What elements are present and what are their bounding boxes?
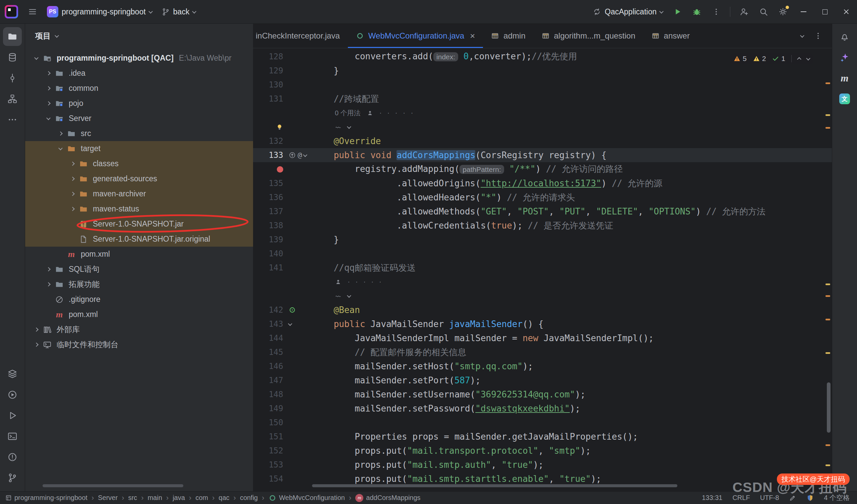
tree-item[interactable]: target (25, 141, 253, 156)
close-icon[interactable]: × (470, 32, 475, 40)
breadcrumb-com[interactable]: com (196, 494, 208, 502)
code-line-143[interactable]: 143 public JavaMailSender javaMailSender… (253, 317, 832, 331)
breadcrumb-server[interactable]: Server (98, 494, 118, 502)
inlay-usages-hint[interactable]: 0 个用法· · · · · (253, 106, 832, 120)
run-config-widget[interactable]: QacApplication (588, 3, 668, 20)
chevron-right-icon[interactable] (70, 207, 75, 211)
settings-button[interactable] (774, 3, 792, 20)
tree-item[interactable]: maven-archiver (25, 186, 253, 201)
line-number[interactable]: 139 (253, 233, 289, 247)
error-stripe-mark[interactable] (825, 284, 830, 285)
usages-text[interactable]: 0 个用法 (335, 106, 360, 120)
vcs-branch-widget[interactable]: back (157, 3, 201, 20)
folded-comment-icon[interactable] (335, 292, 341, 299)
tree-item[interactable]: common (25, 81, 253, 96)
error-stripe-mark[interactable] (825, 127, 830, 129)
code-line-133[interactable]: 133@ public void addCorsMappings(CorsReg… (253, 148, 832, 162)
project-panel-header[interactable]: 项目 (25, 24, 253, 48)
tree-item[interactable]: mpom.xml (25, 247, 253, 262)
fold-chevron-icon[interactable] (288, 321, 292, 326)
code-line-137[interactable]: 137 .allowedMethods("GET", "POST", "PUT"… (253, 204, 832, 218)
breakpoint-icon[interactable] (277, 166, 283, 172)
line-number[interactable]: 132 (253, 134, 289, 148)
line-number[interactable]: 140 (253, 247, 289, 261)
tree-item[interactable]: programming-springboot [QAC]E:\Java Web\… (25, 51, 253, 66)
code-with-me-button[interactable] (735, 3, 753, 20)
line-number[interactable]: 142 (253, 303, 289, 317)
close-button[interactable] (836, 0, 857, 23)
line-number[interactable]: 136 (253, 190, 289, 204)
error-stripe-mark[interactable] (825, 465, 830, 466)
tree-item[interactable]: Server (25, 111, 253, 126)
project-hscrollbar[interactable] (43, 484, 183, 487)
search-everywhere-button[interactable] (755, 3, 772, 20)
tree-item[interactable]: maven-status (25, 201, 253, 217)
code-line-148[interactable]: 148 mailSender.setUsername("3692625314@q… (253, 387, 832, 401)
line-number[interactable]: 153 (253, 458, 289, 472)
chevron-right-icon[interactable] (46, 267, 51, 271)
code-line-134[interactable]: registry.addMapping(pathPattern: "/**") … (253, 162, 832, 176)
run-button[interactable] (669, 3, 686, 20)
tree-item[interactable]: pojo (25, 96, 253, 111)
chevron-right-icon[interactable] (46, 101, 51, 105)
code-line-131[interactable]: 131 //跨域配置 (253, 92, 832, 106)
chevron-down-icon[interactable] (34, 56, 38, 60)
chevron-right-icon[interactable] (70, 177, 75, 181)
line-number[interactable]: 131 (253, 92, 289, 106)
caret-position-widget[interactable]: 133:31 (702, 494, 722, 502)
main-menu-button[interactable] (24, 3, 41, 20)
line-number[interactable]: 150 (253, 416, 289, 430)
editor-tab-admin[interactable]: admin (483, 24, 533, 48)
tool-stripe-item-services[interactable] (3, 365, 22, 383)
editor-error-stripe[interactable] (825, 49, 831, 484)
chevron-down-icon[interactable] (347, 293, 351, 298)
more-actions-button[interactable] (707, 3, 725, 20)
code-line-132[interactable]: 132 @Override (253, 134, 832, 148)
error-stripe-mark[interactable] (825, 114, 830, 116)
tool-stripe-item-version-control[interactable] (3, 469, 22, 487)
tool-stripe-item-ai-assistant[interactable] (835, 48, 854, 67)
tree-item[interactable]: classes (25, 156, 253, 171)
line-number[interactable]: 147 (253, 373, 289, 387)
editor-tab-webmvcconfiguration-java[interactable]: WebMvcConfiguration.java× (348, 24, 483, 48)
breadcrumb-qac[interactable]: qac (219, 494, 229, 502)
prev-problem-button[interactable] (797, 57, 801, 61)
line-number[interactable]: 144 (253, 331, 289, 345)
editor-tab-answer[interactable]: answer (643, 24, 698, 48)
line-number[interactable]: 137 (253, 204, 289, 218)
breadcrumb-main[interactable]: main (148, 494, 162, 502)
line-number[interactable]: 152 (253, 444, 289, 458)
line-number[interactable]: 128 (253, 50, 289, 64)
line-number[interactable]: 138 (253, 218, 289, 233)
chevron-right-icon[interactable] (46, 86, 51, 90)
tool-stripe-item-more-tool-windows[interactable] (3, 110, 22, 129)
code-line-139[interactable]: 139 } (253, 233, 832, 247)
tree-item[interactable]: mpom.xml (25, 307, 253, 322)
line-number[interactable]: 145 (253, 345, 289, 359)
breadcrumb-config[interactable]: config (240, 494, 258, 502)
tree-item[interactable]: 临时文件和控制台 (25, 337, 253, 352)
editor-tab-incheckinterceptor-java[interactable]: inCheckInterceptor.java (253, 24, 348, 48)
tree-item[interactable]: .gitignore (25, 292, 253, 307)
chevron-right-icon[interactable] (34, 327, 38, 332)
tree-item[interactable]: Server-1.0-SNAPSHOT.jar.original (25, 232, 253, 247)
line-number[interactable]: 141 (253, 261, 289, 275)
code-line-150[interactable]: 150 (253, 416, 832, 430)
next-problem-button[interactable] (806, 56, 810, 60)
line-number[interactable]: 148 (253, 387, 289, 401)
chevron-right-icon[interactable] (46, 71, 51, 75)
code-line-141[interactable]: 141 //qq邮箱验证码发送 (253, 261, 832, 275)
code-line-130[interactable]: 130 (253, 78, 832, 92)
maximize-button[interactable] (814, 0, 836, 23)
chevron-down-icon[interactable] (347, 124, 351, 129)
line-number[interactable]: 130 (253, 78, 289, 92)
error-stripe-mark[interactable] (825, 295, 830, 297)
tool-stripe-item-run[interactable] (3, 406, 22, 425)
line-number[interactable]: 129 (253, 64, 289, 78)
folded-comment-icon[interactable] (335, 124, 341, 130)
tool-stripe-item-maven[interactable]: m (835, 69, 854, 87)
tree-item[interactable]: SQL语句 (25, 262, 253, 277)
tool-stripe-item-database[interactable] (3, 48, 22, 67)
kebab-icon[interactable] (814, 32, 822, 40)
error-stripe-mark[interactable] (825, 352, 830, 354)
